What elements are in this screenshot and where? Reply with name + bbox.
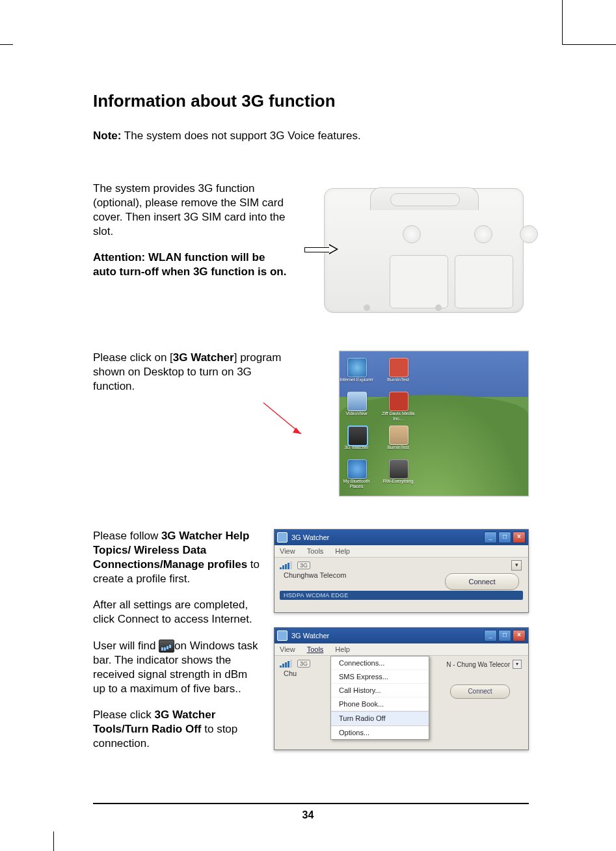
carrier-select[interactable]: N - Chung Wa Telecor ▾ (446, 660, 522, 669)
wlan-attention-bold: Attention: WLAN function will be auto tu… (93, 251, 286, 278)
connect-button[interactable]: Connect (445, 573, 519, 590)
screw-icon (474, 225, 492, 243)
menu-help[interactable]: Help (335, 645, 350, 653)
carrier-select-label: N - Chung Wa Telecor (446, 661, 510, 668)
text: Please follow (93, 530, 161, 542)
crop-mark (562, 44, 616, 45)
menu-item-connections[interactable]: Connections... (331, 656, 429, 670)
title-bar[interactable]: 3G Watcher _ □ × (275, 628, 528, 643)
device-back-figure (304, 182, 529, 318)
app-icon (277, 630, 288, 641)
sim-paragraph: The system provides 3G function (optiona… (93, 182, 288, 239)
device-body (324, 188, 524, 313)
menu-bar: View Tools Help (275, 545, 528, 558)
text-column: Please click on [3G Watcher] program sho… (93, 351, 288, 405)
screw-icon (520, 225, 538, 243)
screw-icon (403, 225, 421, 243)
close-button[interactable]: × (513, 630, 526, 642)
signal-bars-icon (280, 561, 292, 569)
note-line: Note: The system does not support 3G Voi… (93, 129, 529, 142)
launch-paragraph: Please click on [3G Watcher] program sho… (93, 351, 288, 394)
device-handle (370, 187, 479, 210)
menu-item-options[interactable]: Options... (331, 725, 429, 739)
battery-cover (390, 255, 448, 308)
menu-view[interactable]: View (280, 645, 295, 653)
window-buttons: _ □ × (484, 532, 526, 543)
section-sim-insert: The system provides 3G function (optiona… (93, 182, 529, 318)
signal-bars-icon (280, 660, 292, 668)
section-watcher: Please follow 3G Watcher Help Topics/ Wi… (93, 529, 529, 764)
icon-label: Ziff Davis Media Inc... (379, 411, 418, 421)
icon-label: BurnInTest (379, 377, 418, 383)
chevron-down-icon[interactable]: ▾ (513, 660, 522, 669)
foot-icon (364, 304, 370, 311)
icon-label: Internet Explorer (339, 377, 376, 383)
icon-label: RW-Everything (379, 479, 418, 484)
bluetooth-places-icon[interactable] (347, 459, 367, 479)
burnintest-icon[interactable] (389, 358, 408, 377)
window-title: 3G Watcher (291, 534, 329, 541)
signal-paragraph: User will find on Windows task bar. The … (93, 639, 262, 696)
menu-help[interactable]: Help (335, 547, 350, 555)
rw-everything-icon[interactable] (389, 459, 408, 479)
text: Please click (93, 709, 154, 721)
dropdown-button[interactable]: ▾ (511, 560, 522, 571)
text: User will find (93, 640, 159, 652)
app-icon (277, 532, 288, 543)
profile-paragraph: Please follow 3G Watcher Help Topics/ Wi… (93, 529, 262, 586)
3g-watcher-window-menu: 3G Watcher _ □ × View Tools Help (274, 627, 529, 750)
ziff-davis-icon[interactable] (389, 392, 408, 411)
connect-paragraph: After all settings are completed, click … (93, 598, 262, 627)
wlan-attention: Attention: WLAN function will be auto tu… (93, 250, 288, 279)
maximize-button[interactable]: □ (498, 630, 511, 642)
content-area: Information about 3G function Note: The … (93, 91, 529, 764)
internet-explorer-icon[interactable] (347, 358, 367, 377)
status-text: HSDPA WCDMA EDGE (280, 591, 523, 600)
maximize-button[interactable]: □ (498, 532, 511, 543)
text-column: Please follow 3G Watcher Help Topics/ Wi… (93, 529, 262, 763)
minimize-button[interactable]: _ (484, 532, 497, 543)
menu-tools[interactable]: Tools (307, 547, 324, 555)
menu-item-phone-book[interactable]: Phone Book... (331, 697, 429, 711)
videoview-icon[interactable] (347, 392, 367, 411)
xp-sky (340, 351, 528, 397)
figure-column: 3G Watcher _ □ × View Tools Help (274, 529, 528, 764)
program-name: 3G Watcher (173, 351, 234, 364)
figure-column: Internet Explorer BurnInTest VideoView Z… (300, 351, 529, 496)
minimize-button[interactable]: _ (484, 630, 497, 642)
desktop-screenshot: Internet Explorer BurnInTest VideoView Z… (339, 351, 529, 496)
burnintest-icon[interactable] (389, 426, 408, 445)
signal-row: 3G (280, 561, 523, 569)
menu-item-turn-radio-off[interactable]: Turn Radio Off (331, 711, 429, 725)
window-title: 3G Watcher (291, 632, 329, 640)
note-text: The system does not support 3G Voice fea… (121, 129, 360, 142)
sim-cover (455, 255, 513, 308)
section-desktop-launch: Please click on [3G Watcher] program sho… (93, 351, 529, 496)
red-arrow-icon (262, 401, 308, 440)
window-body: 3G Chunghwa Telecom ▾ Connect HSDPA WCDM… (275, 558, 528, 612)
page-number: 34 (0, 809, 616, 821)
3g-watcher-window: 3G Watcher _ □ × View Tools Help (274, 529, 529, 613)
title-bar[interactable]: 3G Watcher _ □ × (275, 530, 528, 545)
footer-rule (93, 803, 529, 804)
page-title: Information about 3G function (93, 91, 529, 111)
menu-bar: View Tools Help (275, 643, 528, 656)
svg-line-0 (263, 403, 301, 434)
icon-label: 3G Watcher (339, 445, 376, 450)
figure-column (300, 182, 529, 318)
menu-view[interactable]: View (280, 547, 295, 555)
menu-item-sms[interactable]: SMS Express... (331, 670, 429, 684)
connect-button[interactable]: Connect (450, 684, 510, 699)
menu-tools[interactable]: Tools (307, 645, 324, 653)
page: Information about 3G function Note: The … (0, 0, 616, 851)
close-button[interactable]: × (513, 532, 526, 543)
svg-marker-1 (293, 427, 301, 434)
window-buttons: _ □ × (484, 630, 526, 642)
window-body: 3G Chu N - Chung Wa Telecor ▾ Connect Co… (275, 656, 528, 750)
menu-item-call-history[interactable]: Call History... (331, 684, 429, 697)
3g-watcher-icon[interactable] (347, 426, 368, 446)
radio-off-paragraph: Please click 3G Watcher Tools/Turn Radio… (93, 708, 262, 751)
note-label: Note: (93, 129, 121, 142)
icon-label: VideoView (339, 411, 376, 416)
crop-mark (0, 44, 13, 45)
